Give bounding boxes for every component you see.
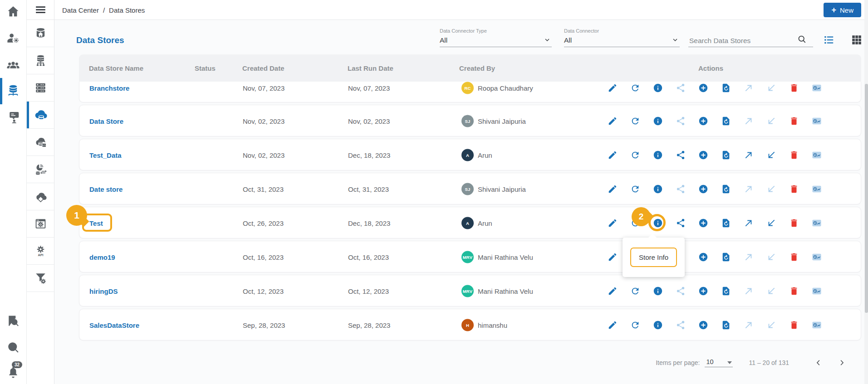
datastore-name-link[interactable]: SalesDataStore [89,321,139,329]
usage-history-action-icon[interactable] [812,184,822,194]
restore-action-icon[interactable] [721,286,731,296]
items-per-page-select[interactable]: 10 [705,358,733,367]
delete-action-icon[interactable] [789,116,799,126]
restore-action-icon[interactable] [721,116,731,126]
restore-action-icon[interactable] [721,184,731,194]
delete-action-icon[interactable] [789,150,799,160]
add-action-icon[interactable] [698,83,708,93]
usage-history-action-icon[interactable] [812,320,822,330]
sidebar-item-data-stores[interactable] [27,102,54,129]
edit-action-icon[interactable] [608,150,618,160]
import-action-icon[interactable] [766,150,776,160]
share-action-icon[interactable] [676,184,686,194]
add-action-icon[interactable] [698,320,708,330]
sidebar-item-database-network[interactable] [27,47,54,74]
delete-action-icon[interactable] [789,218,799,228]
info-action-icon[interactable] [653,320,663,330]
add-action-icon[interactable] [698,252,708,262]
restore-action-icon[interactable] [721,218,731,228]
usage-history-action-icon[interactable] [812,286,822,296]
import-action-icon[interactable] [766,184,776,194]
user-settings-icon[interactable] [6,32,20,45]
import-action-icon[interactable] [766,320,776,330]
export-action-icon[interactable] [744,150,754,160]
edit-action-icon[interactable] [608,218,618,228]
delete-action-icon[interactable] [789,286,799,296]
new-button[interactable]: + New [824,3,861,17]
datastore-name-link[interactable]: Test_Data [89,151,122,159]
edit-action-icon[interactable] [608,83,618,93]
datastore-name-link[interactable]: Data Store [89,117,123,125]
list-view-button[interactable] [823,34,835,46]
delete-action-icon[interactable] [789,83,799,93]
sidebar-item-servers[interactable] [27,74,54,102]
add-action-icon[interactable] [698,218,708,228]
info-action-icon[interactable] [653,150,663,160]
share-action-icon[interactable] [676,320,686,330]
add-action-icon[interactable] [698,150,708,160]
datastore-name-link[interactable]: Date store [89,185,123,193]
refresh-action-icon[interactable] [630,320,640,330]
info-action-icon[interactable] [653,286,663,296]
previous-page-button[interactable] [814,359,823,367]
add-action-icon[interactable] [698,286,708,296]
export-action-icon[interactable] [744,116,754,126]
edit-action-icon[interactable] [608,252,618,262]
edit-action-icon[interactable] [608,286,618,296]
share-action-icon[interactable] [676,150,686,160]
datastore-name-link[interactable]: hiringDS [89,287,118,295]
info-action-icon[interactable] [653,184,663,194]
export-action-icon[interactable] [744,218,754,228]
sidebar-item-data-transform[interactable] [27,156,54,183]
restore-action-icon[interactable] [721,150,731,160]
usage-history-action-icon[interactable] [812,116,822,126]
metadata-search-icon[interactable] [6,340,20,354]
restore-action-icon[interactable] [721,320,731,330]
breadcrumb-data-stores[interactable]: Data Stores [109,6,145,14]
refresh-action-icon[interactable] [630,184,640,194]
share-action-icon[interactable] [676,116,686,126]
usage-history-action-icon[interactable] [812,150,822,160]
search-input[interactable] [689,37,791,45]
export-action-icon[interactable] [744,286,754,296]
search-icon[interactable] [797,34,807,44]
export-action-icon[interactable] [744,252,754,262]
edit-action-icon[interactable] [608,116,618,126]
delete-action-icon[interactable] [789,184,799,194]
connector-select[interactable]: Data Connector All [564,28,680,47]
usage-history-action-icon[interactable] [812,218,822,228]
scrollbar-thumb[interactable] [865,84,868,313]
import-action-icon[interactable] [766,286,776,296]
add-action-icon[interactable] [698,184,708,194]
delete-action-icon[interactable] [789,320,799,330]
audit-log-icon[interactable] [6,314,20,328]
sidebar-item-funnel-settings[interactable] [27,265,54,292]
usage-history-action-icon[interactable] [812,83,822,93]
refresh-action-icon[interactable] [630,286,640,296]
next-page-button[interactable] [838,359,846,367]
refresh-action-icon[interactable] [630,83,640,93]
share-action-icon[interactable] [676,286,686,296]
restore-action-icon[interactable] [721,252,731,262]
grid-view-button[interactable] [851,34,863,46]
sidebar-toggle-button[interactable] [27,0,54,20]
edit-action-icon[interactable] [608,184,618,194]
import-action-icon[interactable] [766,83,776,93]
home-icon[interactable] [6,5,20,18]
data-briefing-icon[interactable] [6,110,20,124]
share-action-icon[interactable] [676,218,686,228]
add-action-icon[interactable] [698,116,708,126]
sidebar-item-database-home[interactable] [27,20,54,47]
info-action-icon[interactable] [653,83,663,93]
edit-action-icon[interactable] [608,320,618,330]
export-action-icon[interactable] [744,83,754,93]
usage-history-action-icon[interactable] [812,252,822,262]
sidebar-item-api[interactable]: API [27,238,54,265]
datastore-name-link[interactable]: demo19 [89,253,115,261]
import-action-icon[interactable] [766,252,776,262]
refresh-action-icon[interactable] [630,116,640,126]
restore-action-icon[interactable] [721,83,731,93]
refresh-action-icon[interactable] [630,150,640,160]
sidebar-item-cloud-layers[interactable] [27,183,54,210]
connector-type-select[interactable]: Data Connector Type All [440,28,552,47]
